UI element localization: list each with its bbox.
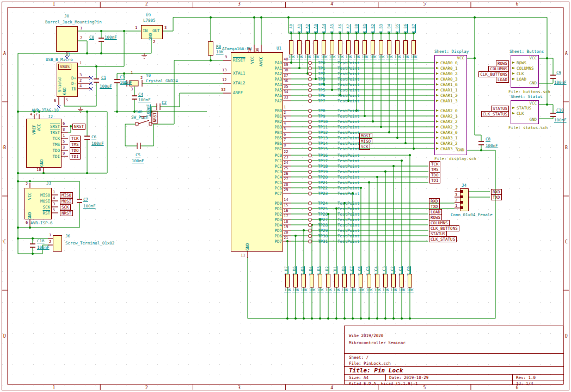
c10-value[interactable]: 100nF [554, 118, 567, 122]
sheet-display-file[interactable]: File: display.sch [434, 157, 476, 161]
mcu-ref[interactable]: U1 [277, 46, 281, 51]
c7-value[interactable]: 100nF [83, 204, 96, 209]
jtag-ref[interactable]: J2 [48, 115, 53, 119]
c5-ref[interactable]: C5 [136, 153, 140, 157]
resistor-body[interactable] [285, 274, 290, 287]
sheet-pin[interactable]: CHAR1_3 [435, 99, 458, 104]
sheet-pin[interactable]: CHAR2_3 [435, 125, 458, 130]
status-net-label[interactable]: CLK_STATUS [481, 111, 509, 117]
r0-ref[interactable]: R0 [216, 45, 221, 49]
c1-ref[interactable]: C1 [101, 76, 106, 80]
resistor-body[interactable] [302, 274, 306, 287]
isp-net-label[interactable]: NRST [60, 210, 73, 216]
mcu-value[interactable]: ATmega16A-PU [222, 47, 251, 51]
sheet-status-name[interactable]: Sheet: Status [511, 95, 543, 99]
r0-body[interactable] [208, 41, 213, 56]
crystal-value[interactable]: Crystal_GND24 [146, 79, 178, 83]
pd-net-label[interactable]: CLK_STATUS [429, 236, 457, 242]
resistor-body[interactable] [342, 274, 347, 287]
c8-value[interactable]: 100nF [486, 144, 498, 148]
regulator-ref[interactable]: U9 [146, 13, 151, 17]
resistor-body[interactable] [318, 274, 322, 287]
jtag-net-label[interactable]: TDI [429, 177, 440, 183]
sheet-buttons-name[interactable]: Sheet: Buttons [509, 50, 544, 54]
schematic-canvas[interactable]: 123456 123456 ABCD ABCD J0 Barrel_Jack_M… [0, 0, 571, 392]
c4-ref[interactable]: C4 [138, 93, 143, 97]
sheet-pin[interactable]: CHAR3_0 [435, 130, 458, 136]
resistor-body[interactable] [400, 274, 404, 287]
sheet-pin[interactable]: CHAR1_1 [435, 88, 458, 93]
resistor[interactable]: R_D110K [333, 0, 340, 392]
sheet-pin[interactable]: CHAR0_0 [435, 60, 458, 66]
barrel-jack-body[interactable] [56, 26, 78, 52]
resistor-body[interactable] [408, 274, 412, 287]
sheet-pin[interactable]: COLUMNS [512, 66, 534, 71]
c6-ref[interactable]: C6 [91, 135, 96, 139]
c7-ref[interactable]: C7 [83, 198, 88, 202]
isp-ref[interactable]: J3 [46, 181, 51, 186]
usb-ref[interactable]: J1 [65, 52, 70, 57]
c18-ref[interactable]: C18 [37, 239, 45, 243]
jtag-net-label[interactable]: TDO [70, 148, 81, 154]
j4-value[interactable]: Conn_01x04_Female [451, 213, 493, 217]
screw-terminal-body[interactable] [53, 235, 62, 252]
usb-value[interactable]: USB_B_Micro [46, 58, 73, 62]
sheet-pin[interactable]: CHAR2_2 [435, 119, 458, 125]
switch-value[interactable]: SW_Push [131, 115, 149, 120]
sheet-pin[interactable]: CHAR1_0 [435, 82, 458, 88]
jtag-net-label[interactable]: TMS [70, 142, 81, 148]
isp-net-label[interactable]: MOSI [60, 198, 73, 204]
c18-value[interactable]: 100nF [37, 246, 50, 250]
resistor[interactable]: R_D310K [316, 0, 324, 392]
barrel-jack-ref[interactable]: J0 [64, 14, 69, 19]
switch-ref[interactable]: SW0 [135, 110, 143, 114]
nrst-label-switch[interactable]: NRST [152, 111, 158, 124]
c9-value[interactable]: 100nF [554, 81, 567, 85]
sheet-pin[interactable]: CHAR3_1 [435, 136, 458, 141]
sheet-pin[interactable]: CHAR2_0 [435, 108, 458, 114]
resistor-body[interactable] [383, 274, 388, 287]
sheet-pin[interactable]: CLK [512, 111, 524, 117]
sheet-pin[interactable]: STATUS [512, 106, 531, 111]
c8-ref[interactable]: C8 [486, 137, 490, 142]
sheet-status-file[interactable]: File: status.sch [508, 126, 548, 130]
serial-net-label[interactable]: TXD [491, 194, 502, 200]
resistor[interactable]: R_D210K [324, 0, 332, 392]
c10-ref[interactable]: C10 [556, 108, 564, 113]
usb-vbus-pin-label[interactable]: VBUS [58, 64, 71, 70]
c3-ref[interactable]: C3 [120, 75, 125, 79]
c1-value[interactable]: 100uF [100, 84, 112, 89]
c3-value[interactable]: 100nF [120, 81, 132, 85]
resistor-body[interactable] [351, 274, 355, 287]
resistor-body[interactable] [367, 274, 371, 287]
resistor-body[interactable] [293, 274, 298, 287]
c6-value[interactable]: 100nF [91, 142, 104, 146]
sheet-pin[interactable]: CHAR2_1 [435, 114, 458, 119]
buttons-net-label[interactable]: LOAD [496, 77, 509, 83]
sheet-pin[interactable]: CLK [512, 71, 524, 77]
resistor[interactable]: R_D510K [300, 0, 308, 392]
c5-value[interactable]: 100nF [132, 159, 144, 163]
sheet-pin[interactable]: ROWS [512, 60, 526, 66]
resistor[interactable]: R_D410K [308, 0, 316, 392]
resistor[interactable]: R_D610K [292, 0, 299, 392]
sheet-pin[interactable]: CHAR0_3 [435, 77, 458, 82]
spi-net-label[interactable]: SCK [359, 144, 370, 150]
c0-value[interactable]: 100nF [105, 35, 117, 40]
jtag-net-label[interactable]: TCK [70, 136, 81, 142]
sheet-pin[interactable]: CHAR1_2 [435, 93, 458, 99]
sheet-buttons-file[interactable]: File: buttons.sch [508, 90, 550, 94]
sheet-display-name[interactable]: Sheet: Display [434, 50, 469, 54]
barrel-jack-value[interactable]: Barrel_Jack_MountingPin [45, 20, 102, 24]
c0-ref[interactable]: C0 [89, 35, 94, 40]
c9-ref[interactable]: C9 [556, 71, 561, 75]
screw-terminal-value[interactable]: Screw_Terminal_01x02 [65, 241, 114, 246]
resistor[interactable]: R_D710K [284, 0, 291, 392]
isp-net-label[interactable]: MISO [60, 192, 73, 198]
sheet-pin[interactable]: CHAR0_2 [435, 71, 458, 77]
resistor-body[interactable] [334, 274, 339, 287]
c2-ref[interactable]: C2 [162, 101, 167, 105]
resistor-body[interactable] [310, 274, 314, 287]
resistor-body[interactable] [375, 274, 379, 287]
screw-terminal-ref[interactable]: J6 [65, 234, 70, 238]
